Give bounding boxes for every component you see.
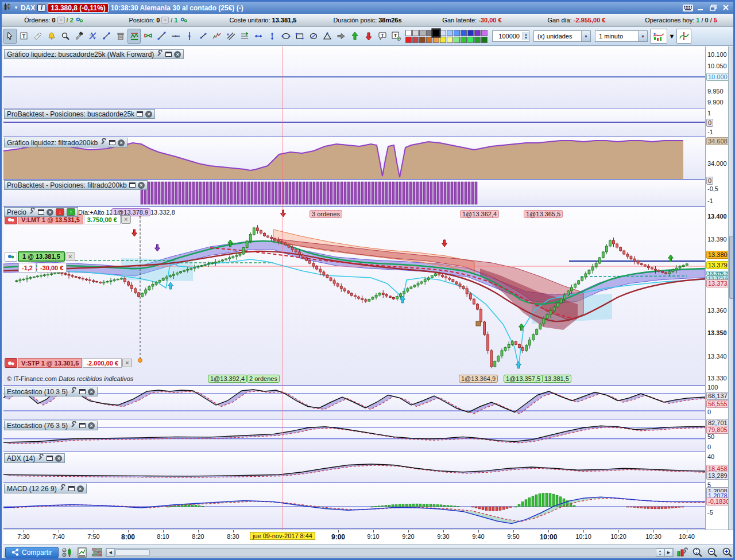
quantity-spin-buttons[interactable]: ▲▼	[523, 32, 529, 40]
scroll-right-button[interactable]: ▶	[664, 549, 673, 557]
buy-button[interactable]: ↑	[67, 208, 75, 216]
gray-arrow-right-tool[interactable]	[334, 29, 347, 44]
close-icon[interactable]: ×	[77, 485, 84, 492]
minimize-button[interactable]	[695, 3, 706, 12]
window-icon[interactable]	[79, 423, 86, 428]
panel-stoch-76-3-5[interactable]: Estocástico (76 3 5) ×	[3, 420, 705, 452]
keyboard-icon[interactable]	[683, 3, 693, 12]
close-icon[interactable]: ×	[174, 51, 181, 58]
color-swatch[interactable]	[412, 37, 419, 43]
color-swatch[interactable]	[447, 37, 453, 43]
small-segment-tool[interactable]	[196, 29, 210, 44]
orders-settings-gears-icon[interactable]	[75, 16, 84, 25]
vertical-range-tool[interactable]	[265, 29, 278, 44]
zoom-in-button[interactable]	[721, 546, 733, 559]
color-swatch[interactable]	[440, 37, 446, 43]
configure-wrench-icon[interactable]	[156, 50, 163, 59]
color-swatch[interactable]	[461, 37, 467, 43]
panel-adx[interactable]: ADX (14) ×	[3, 453, 705, 483]
trendline-tool[interactable]	[155, 29, 168, 44]
color-swatch[interactable]	[440, 30, 446, 36]
panel-header-price[interactable]: Precio × ↓ ↑	[4, 207, 78, 217]
position-gears-icon[interactable]	[5, 252, 17, 262]
panel-header-pos2[interactable]: ProBacktest - Posiciones: filtrado200kb …	[4, 180, 148, 190]
panel-pos-filtrado200kb[interactable]: ProBacktest - Posiciones: filtrado200kb …	[3, 180, 705, 207]
vertical-line-tool[interactable]	[183, 29, 196, 44]
timeframe-select[interactable]: 1 minuto ▼	[595, 30, 648, 42]
pointer-tool[interactable]	[3, 29, 17, 44]
panel-header-liq2[interactable]: Gráfico liquidez: filtrado200kb ×	[4, 138, 127, 147]
order-badge[interactable]: 1@13.365,5	[524, 210, 563, 218]
triangle-pattern-tool[interactable]	[141, 29, 154, 44]
trading-journal-button[interactable]	[76, 546, 88, 559]
cancel-orders-button[interactable]: ×	[57, 17, 65, 24]
instrument-info-icon[interactable]: i	[37, 4, 45, 11]
close-position-button[interactable]: ×	[161, 17, 169, 24]
pattern-detector-tool[interactable]	[127, 29, 141, 44]
configure-wrench-icon[interactable]	[100, 138, 107, 147]
panel-header-stoch2[interactable]: Estocástico (76 3 5) ×	[4, 421, 98, 430]
order-badge[interactable]: 13.381,5	[542, 375, 571, 383]
color-swatch[interactable]	[426, 37, 432, 43]
configure-wrench-icon[interactable]	[70, 387, 77, 396]
scrollbar-thumb[interactable]	[729, 236, 734, 299]
window-icon[interactable]	[165, 52, 172, 57]
stop-order-widget[interactable]: V:STP 1 @ 13.301,5 -2.000,00 € ×	[5, 358, 132, 368]
window-icon[interactable]	[68, 486, 75, 491]
orderbook-button[interactable]	[91, 546, 103, 559]
close-position-icon[interactable]: ×	[65, 252, 75, 261]
vertical-scrollbar[interactable]	[728, 46, 735, 530]
chart-settings-button[interactable]	[676, 546, 688, 559]
window-icon[interactable]	[109, 140, 115, 145]
panel-price[interactable]: Precio × ↓ ↑ 1@13.378,9 Día:+Alto 13.413…	[3, 207, 705, 386]
color-swatch[interactable]	[405, 37, 412, 43]
scrollbar-thumb[interactable]	[115, 549, 150, 556]
symbol-dropdown-caret[interactable]: ▼	[14, 5, 18, 10]
color-swatch[interactable]	[454, 30, 460, 36]
scroll-left-button[interactable]: ◀	[106, 549, 115, 557]
color-swatch[interactable]	[461, 30, 467, 36]
close-window-button[interactable]	[721, 3, 731, 12]
color-swatch[interactable]	[426, 30, 432, 36]
color-swatch[interactable]	[467, 30, 474, 36]
window-icon[interactable]	[79, 389, 86, 394]
trash-tool[interactable]	[114, 29, 127, 44]
segment-tool[interactable]	[100, 29, 113, 44]
panel-header-pos1[interactable]: ProBacktest - Posiciones: buscadorde25k …	[4, 109, 155, 119]
window-icon[interactable]	[38, 209, 44, 215]
delete-drawings-tool[interactable]	[86, 29, 99, 44]
color-swatch[interactable]	[481, 37, 488, 43]
quantity-value[interactable]: 100000	[493, 33, 523, 40]
order-badge[interactable]: 1@13.392,4	[208, 375, 247, 383]
restore-button[interactable]	[708, 3, 718, 12]
anchored-text-tool[interactable]: T	[389, 29, 403, 44]
zoom-range-button[interactable]	[691, 546, 703, 559]
close-icon[interactable]: ×	[88, 388, 95, 395]
extended-line-tool[interactable]	[252, 29, 265, 44]
crossed-ellipse-tool[interactable]	[307, 29, 320, 44]
order-badge[interactable]: 1@13.362,4	[460, 210, 499, 218]
price-axis[interactable]: 10.10010.05010.0009.9509.90010-134.60834…	[705, 46, 728, 530]
order-display-button[interactable]: 00	[61, 546, 74, 559]
color-swatch[interactable]	[419, 30, 425, 36]
text-bubble-tool[interactable]: T	[376, 29, 389, 44]
rectangle-tool[interactable]	[293, 29, 306, 44]
panel-header-stoch1[interactable]: Estocástico (10 3 5) ×	[4, 387, 98, 396]
panel-header-macd[interactable]: MACD (12 26 9) ×	[4, 484, 87, 493]
panel-header-liq1[interactable]: Gráfico liquidez: buscadorde25k (Walk Fo…	[4, 49, 184, 59]
color-swatch[interactable]	[474, 30, 481, 36]
panel-liq-buscadorde25k[interactable]: Gráfico liquidez: buscadorde25k (Walk Fo…	[3, 49, 705, 108]
close-icon[interactable]: ×	[138, 182, 145, 189]
fibonacci-tool[interactable]	[238, 29, 251, 44]
share-button[interactable]: Compartir	[5, 547, 59, 558]
text-tool[interactable]: T	[17, 29, 30, 44]
sell-button[interactable]: ↓	[56, 208, 64, 216]
time-axis[interactable]: 7:307:407:508:008:108:208:309:009:109:20…	[3, 530, 735, 544]
orders-count-badge[interactable]: 2 ordenes	[247, 375, 280, 383]
color-swatch[interactable]	[467, 37, 474, 43]
color-swatch[interactable]	[419, 37, 425, 43]
color-swatch[interactable]	[432, 29, 440, 37]
order-gears-icon[interactable]	[5, 358, 17, 368]
color-swatch[interactable]	[481, 30, 488, 36]
color-swatch[interactable]	[433, 37, 439, 43]
